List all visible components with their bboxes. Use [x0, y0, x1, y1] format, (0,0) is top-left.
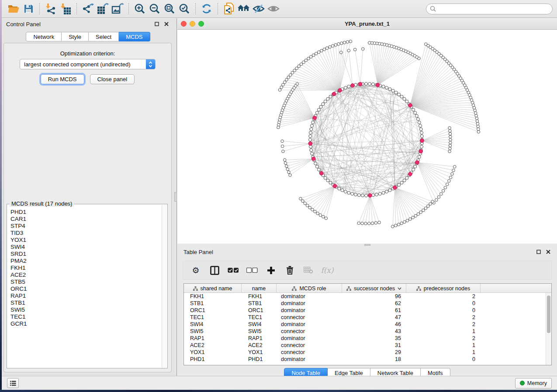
- network-leaf-node[interactable]: [284, 81, 287, 84]
- mcds-node[interactable]: [333, 184, 337, 188]
- float-panel-icon[interactable]: [535, 248, 542, 255]
- column-header-successor-nodes[interactable]: successor nodes: [342, 284, 406, 293]
- mcds-result-item[interactable]: STB1: [7, 299, 162, 306]
- network-node[interactable]: [329, 181, 332, 184]
- network-node[interactable]: [310, 128, 313, 131]
- splitter-grab-handle[interactable]: [364, 244, 370, 246]
- select-all-columns-icon[interactable]: [227, 264, 240, 277]
- network-node[interactable]: [419, 124, 422, 127]
- table-row[interactable]: RAP1RAP1dominator352: [184, 335, 546, 342]
- show-all-eye-icon[interactable]: [266, 2, 281, 16]
- mcds-result-item[interactable]: YOX1: [7, 237, 162, 244]
- hide-selected-eye-icon[interactable]: [251, 2, 266, 16]
- network-node[interactable]: [419, 128, 422, 131]
- network-node[interactable]: [311, 124, 314, 127]
- network-leaf-node[interactable]: [339, 51, 343, 54]
- network-leaf-node[interactable]: [412, 216, 415, 219]
- network-node[interactable]: [347, 191, 350, 194]
- network-node[interactable]: [403, 97, 406, 100]
- mcds-result-item[interactable]: GCR1: [7, 320, 162, 327]
- network-leaf-node[interactable]: [414, 214, 417, 217]
- export-image-icon[interactable]: [110, 2, 125, 16]
- mcds-result-item[interactable]: PMA2: [7, 258, 162, 265]
- network-node[interactable]: [311, 121, 315, 124]
- network-leaf-node[interactable]: [287, 171, 291, 174]
- mcds-result-item[interactable]: TID3: [7, 230, 162, 237]
- network-leaf-node[interactable]: [314, 210, 317, 213]
- search-field[interactable]: [438, 6, 549, 12]
- network-leaf-node[interactable]: [371, 222, 374, 225]
- mcds-result-item[interactable]: STB5: [7, 279, 162, 285]
- network-node[interactable]: [361, 194, 364, 197]
- mcds-node[interactable]: [332, 92, 336, 96]
- mcds-result-item[interactable]: PHD1: [7, 209, 162, 216]
- mcds-node[interactable]: [338, 89, 342, 93]
- network-leaf-node[interactable]: [311, 208, 314, 211]
- network-node[interactable]: [315, 111, 318, 114]
- network-node[interactable]: [322, 103, 325, 106]
- table-row[interactable]: SWI5SWI5connector431: [184, 328, 546, 335]
- mcds-result-item[interactable]: RAP1: [7, 292, 162, 299]
- network-node[interactable]: [324, 176, 327, 179]
- network-leaf-node[interactable]: [307, 57, 310, 60]
- duplicate-network-icon[interactable]: [221, 2, 236, 16]
- mcds-result-item[interactable]: ORC1: [7, 285, 162, 292]
- network-leaf-node[interactable]: [403, 220, 406, 224]
- network-leaf-node[interactable]: [449, 141, 452, 144]
- tab-network[interactable]: Network: [26, 32, 62, 41]
- network-leaf-node[interactable]: [451, 172, 454, 175]
- network-node[interactable]: [420, 145, 423, 148]
- network-node[interactable]: [382, 191, 385, 194]
- create-column-plus-icon[interactable]: [264, 264, 277, 277]
- network-leaf-node[interactable]: [301, 199, 304, 203]
- mcds-node[interactable]: [408, 103, 412, 107]
- splitter-grab-handle[interactable]: [174, 192, 177, 202]
- network-leaf-node[interactable]: [280, 86, 283, 89]
- run-mcds-button[interactable]: Run MCDS: [41, 74, 84, 84]
- table-row[interactable]: YOX1YOX1connector291: [184, 349, 546, 356]
- delete-column-trash-icon[interactable]: [283, 264, 296, 277]
- network-node[interactable]: [365, 83, 368, 86]
- network-node[interactable]: [385, 86, 388, 89]
- network-leaf-node[interactable]: [437, 196, 440, 199]
- network-leaf-node[interactable]: [289, 174, 292, 177]
- network-leaf-node[interactable]: [448, 179, 451, 182]
- network-leaf-node[interactable]: [322, 215, 325, 218]
- network-leaf-node[interactable]: [368, 41, 371, 45]
- network-leaf-node[interactable]: [281, 140, 284, 143]
- network-leaf-node[interactable]: [282, 83, 285, 86]
- network-leaf-node[interactable]: [476, 122, 479, 125]
- network-leaf-node[interactable]: [442, 189, 445, 193]
- network-leaf-node[interactable]: [439, 193, 443, 196]
- network-node[interactable]: [405, 100, 408, 103]
- network-leaf-node[interactable]: [424, 43, 427, 46]
- network-node[interactable]: [347, 85, 350, 88]
- network-node[interactable]: [365, 194, 368, 197]
- network-node[interactable]: [382, 85, 385, 88]
- mcds-result-item[interactable]: FKH1: [7, 265, 162, 272]
- network-node[interactable]: [351, 192, 354, 195]
- network-leaf-node[interactable]: [476, 120, 479, 123]
- network-leaf-node[interactable]: [361, 48, 364, 51]
- network-leaf-node[interactable]: [417, 213, 420, 216]
- network-node[interactable]: [391, 89, 394, 92]
- network-leaf-node[interactable]: [477, 131, 480, 134]
- network-leaf-node[interactable]: [449, 176, 452, 179]
- mcds-result-item[interactable]: SWI5: [7, 306, 162, 313]
- network-leaf-node[interactable]: [449, 135, 452, 138]
- network-node[interactable]: [398, 183, 401, 186]
- network-leaf-node[interactable]: [334, 44, 337, 47]
- mcds-node[interactable]: [376, 83, 380, 87]
- network-leaf-node[interactable]: [325, 47, 329, 50]
- table-scrollbar[interactable]: [546, 293, 551, 365]
- network-leaf-node[interactable]: [285, 78, 288, 81]
- network-node[interactable]: [385, 190, 388, 193]
- mcds-node[interactable]: [368, 193, 372, 197]
- network-node[interactable]: [412, 108, 415, 111]
- mcds-result-scrollbar[interactable]: [162, 205, 167, 368]
- network-node[interactable]: [372, 83, 375, 86]
- network-leaf-node[interactable]: [337, 43, 340, 46]
- network-leaf-node[interactable]: [278, 89, 281, 92]
- network-node[interactable]: [329, 95, 332, 98]
- table-row[interactable]: PHD1PHD1dominator180: [184, 356, 546, 363]
